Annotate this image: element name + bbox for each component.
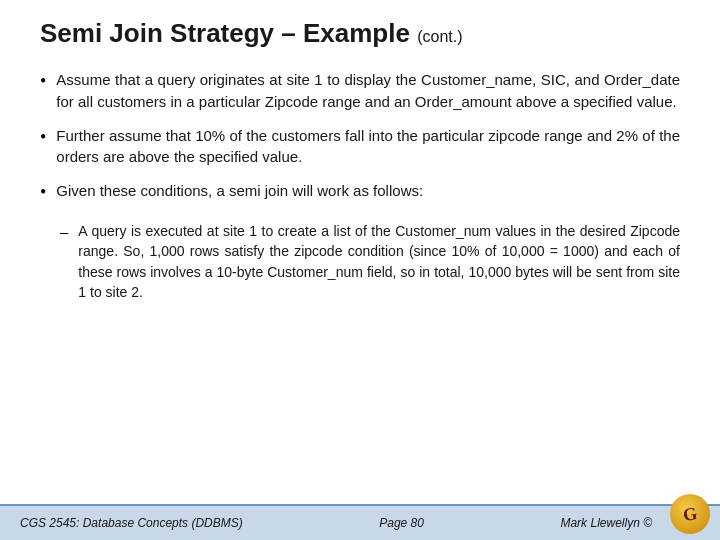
footer-left: CGS 2545: Database Concepts (DDBMS) [20, 516, 243, 530]
bullet-dot-1: • [40, 69, 46, 94]
slide-header: Semi Join Strategy – Example (cont.) [0, 0, 720, 59]
sub-bullet-text-1: A query is executed at site 1 to create … [78, 221, 680, 302]
bullet-text-3: Given these conditions, a semi join will… [56, 180, 423, 202]
logo-text: G [682, 504, 699, 524]
logo: G [670, 494, 714, 538]
bullet-item-1: • Assume that a query originates at site… [40, 69, 680, 113]
slide-container: Semi Join Strategy – Example (cont.) • A… [0, 0, 720, 540]
bullet-dot-3: • [40, 180, 46, 205]
title-main: Semi Join Strategy – Example [40, 18, 410, 48]
slide-footer: CGS 2545: Database Concepts (DDBMS) Page… [0, 504, 720, 540]
slide-content: • Assume that a query originates at site… [0, 59, 720, 504]
bullet-text-1: Assume that a query originates at site 1… [56, 69, 680, 113]
bullet-text-2: Further assume that 10% of the customers… [56, 125, 680, 169]
bullet-dot-2: • [40, 125, 46, 150]
bullet-item-2: • Further assume that 10% of the custome… [40, 125, 680, 169]
logo-circle: G [670, 494, 710, 534]
slide-title: Semi Join Strategy – Example (cont.) [40, 18, 680, 49]
footer-center: Page 80 [379, 516, 424, 530]
sub-bullet-dash-1: – [60, 221, 68, 243]
title-cont: (cont.) [417, 28, 462, 45]
footer-right: Mark Llewellyn © [560, 516, 652, 530]
bullet-item-3: • Given these conditions, a semi join wi… [40, 180, 680, 205]
sub-bullet-1: – A query is executed at site 1 to creat… [60, 221, 680, 302]
